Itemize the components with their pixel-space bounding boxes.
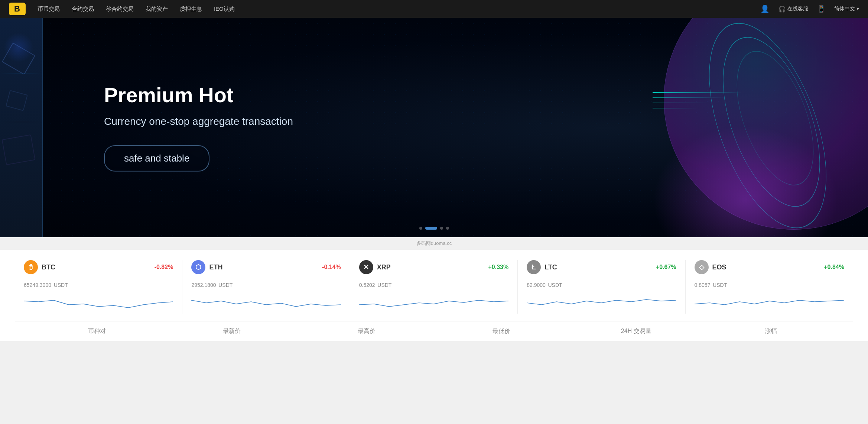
ticker-ltc-header: Ł LTC +0.67% bbox=[527, 260, 676, 274]
nav-item-ieo[interactable]: IEO认购 bbox=[214, 6, 235, 13]
xrp-price: 0.5202 USDT bbox=[359, 279, 508, 289]
eos-symbol: EOS bbox=[712, 263, 726, 271]
online-service[interactable]: 🎧 在线客服 bbox=[778, 6, 808, 13]
col-header-high: 最高价 bbox=[299, 327, 434, 335]
eth-symbol: ETH bbox=[209, 263, 222, 271]
nav-menu: 币币交易 合约交易 秒合约交易 我的资产 质押生息 IEO认购 bbox=[38, 6, 235, 13]
col-header-change: 涨幅 bbox=[703, 327, 838, 335]
eos-icon: ◇ bbox=[695, 260, 709, 274]
table-headers: 币种对 最新价 最高价 最低价 24H 交易量 涨幅 bbox=[15, 321, 853, 341]
eth-sparkline bbox=[191, 294, 341, 312]
ticker-eos-header: ◇ EOS +0.84% bbox=[695, 260, 844, 274]
headset-icon: 🎧 bbox=[778, 6, 786, 13]
col-header-latest-price: 最新价 bbox=[165, 327, 299, 335]
btc-sparkline bbox=[24, 294, 173, 312]
navbar-right: 👤 🎧 在线客服 📱 简体中文 ▾ bbox=[760, 4, 859, 13]
slide-dot-3[interactable] bbox=[440, 227, 443, 230]
btc-change: -0.82% bbox=[155, 264, 173, 271]
ticker-xrp[interactable]: ✕ XRP +0.33% 0.5202 USDT bbox=[350, 260, 518, 314]
navbar: B 币币交易 合约交易 秒合约交易 我的资产 质押生息 IEO认购 👤 🎧 在线… bbox=[0, 0, 868, 18]
xrp-sparkline bbox=[359, 294, 508, 312]
logo[interactable]: B bbox=[9, 3, 26, 15]
eos-change: +0.84% bbox=[824, 264, 844, 271]
col-header-low: 最低价 bbox=[434, 327, 569, 335]
download-icon[interactable]: 📱 bbox=[817, 5, 825, 13]
ticker-eth[interactable]: ⬡ ETH -0.14% 2952.1800 USDT bbox=[182, 260, 350, 314]
nav-item-second-futures[interactable]: 秒合约交易 bbox=[106, 6, 134, 13]
slide-dots bbox=[419, 227, 449, 230]
eth-price: 2952.1800 USDT bbox=[191, 279, 341, 289]
hero-content: Premium Hot Currency one-stop aggregate … bbox=[104, 84, 293, 172]
slide-dot-4[interactable] bbox=[446, 227, 449, 230]
ticker-xrp-header: ✕ XRP +0.33% bbox=[359, 260, 508, 274]
xrp-icon: ✕ bbox=[359, 260, 373, 274]
user-icon[interactable]: 👤 bbox=[760, 4, 770, 13]
btc-icon: ₿ bbox=[24, 260, 38, 274]
language-selector[interactable]: 简体中文 ▾ bbox=[834, 6, 859, 12]
ticker-eos[interactable]: ◇ EOS +0.84% 0.8057 USDT bbox=[686, 260, 853, 314]
nav-item-spot[interactable]: 币币交易 bbox=[38, 6, 60, 13]
ltc-change: +0.67% bbox=[656, 264, 676, 271]
ticker-btc[interactable]: ₿ BTC -0.82% 65249.3000 USDT bbox=[15, 260, 182, 314]
xrp-symbol: XRP bbox=[377, 263, 391, 271]
eos-price: 0.8057 USDT bbox=[695, 279, 844, 289]
ltc-price: 82.9000 USDT bbox=[527, 279, 676, 289]
ltc-sparkline bbox=[527, 294, 676, 312]
ltc-icon: Ł bbox=[527, 260, 541, 274]
btc-price: 65249.3000 USDT bbox=[24, 279, 173, 289]
hero-cta-button[interactable]: safe and stable bbox=[104, 145, 209, 171]
purple-glow bbox=[653, 126, 838, 237]
hero-subtitle: Currency one-stop aggregate transaction bbox=[104, 115, 293, 127]
eth-icon: ⬡ bbox=[191, 260, 205, 274]
nav-item-pledge[interactable]: 质押生息 bbox=[180, 6, 202, 13]
globe-lines bbox=[653, 92, 764, 113]
slide-dot-1[interactable] bbox=[419, 227, 422, 230]
hero-banner: Premium Hot Currency one-stop aggregate … bbox=[0, 18, 868, 237]
ticker-grid: ₿ BTC -0.82% 65249.3000 USDT ⬡ ETH -0.14… bbox=[15, 260, 853, 321]
ltc-symbol: LTC bbox=[544, 263, 557, 271]
hero-title: Premium Hot bbox=[104, 84, 293, 107]
btc-symbol: BTC bbox=[42, 263, 55, 271]
watermark: 多码网duoma.cc bbox=[0, 237, 868, 250]
eos-sparkline bbox=[695, 294, 844, 312]
ticker-eth-header: ⬡ ETH -0.14% bbox=[191, 260, 341, 274]
col-header-pair: 币种对 bbox=[30, 327, 165, 335]
hero-left-panel bbox=[0, 18, 43, 237]
ticker-btc-header: ₿ BTC -0.82% bbox=[24, 260, 173, 274]
chevron-down-icon: ▾ bbox=[856, 6, 859, 12]
eth-change: -0.14% bbox=[322, 264, 341, 271]
col-header-volume: 24H 交易量 bbox=[569, 327, 703, 335]
nav-item-assets[interactable]: 我的资产 bbox=[146, 6, 168, 13]
ticker-section: ₿ BTC -0.82% 65249.3000 USDT ⬡ ETH -0.14… bbox=[0, 250, 868, 341]
ticker-ltc[interactable]: Ł LTC +0.67% 82.9000 USDT bbox=[518, 260, 685, 314]
xrp-change: +0.33% bbox=[488, 264, 508, 271]
slide-dot-2[interactable] bbox=[425, 227, 437, 230]
nav-item-futures[interactable]: 合约交易 bbox=[72, 6, 94, 13]
